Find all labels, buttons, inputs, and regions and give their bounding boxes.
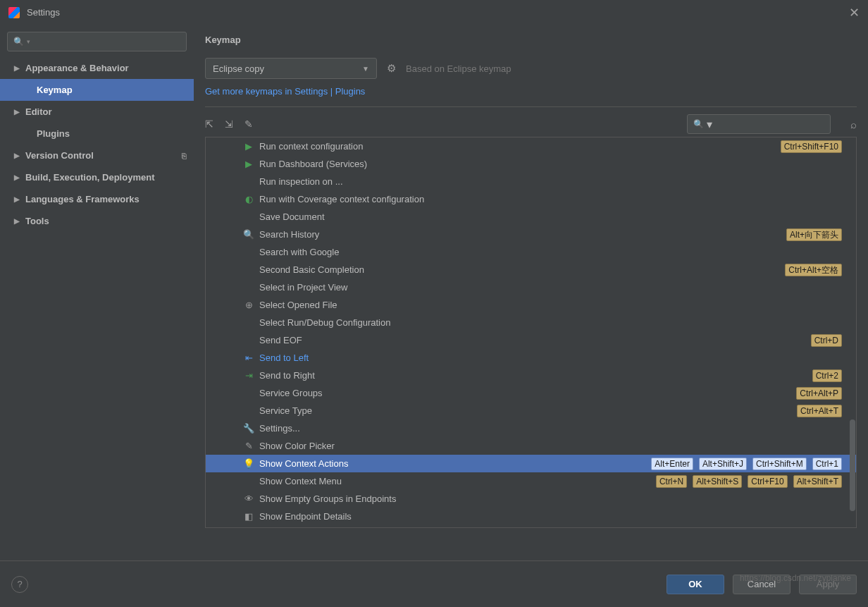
gear-icon[interactable]: ⚙ [387, 62, 396, 75]
copy-icon: ⎘ [182, 152, 187, 160]
action-label: Select Opened File [259, 300, 337, 310]
sidebar-item-build-execution-deployment[interactable]: ▶Build, Execution, Deployment [0, 166, 194, 188]
action-label: Service Type [259, 405, 312, 416]
ok-button[interactable]: OK [666, 575, 724, 594]
sidebar-item-languages-frameworks[interactable]: ▶Languages & Frameworks [0, 188, 194, 210]
action-label: Show Empty Groups in Endpoints [259, 493, 396, 504]
sidebar-search-input[interactable]: 🔍 ▾ [7, 32, 187, 51]
sidebar-item-keymap[interactable]: Keymap [0, 79, 194, 101]
shortcut-badge: Ctrl+D [811, 334, 842, 347]
action-icon: 💡 [242, 458, 255, 469]
scrollbar-thumb[interactable] [850, 419, 855, 511]
action-icon: ⊕ [242, 300, 255, 310]
sidebar-item-label: Languages & Frameworks [25, 194, 140, 204]
action-row[interactable]: Service GroupsCtrl+Alt+P [206, 384, 856, 402]
action-label: Save Document [259, 211, 325, 222]
action-row[interactable]: Search with Google [206, 243, 856, 261]
divider [205, 106, 857, 107]
apply-button[interactable]: Apply [799, 575, 857, 594]
action-row[interactable]: Second Basic CompletionCtrl+Alt+空格 [206, 261, 856, 278]
action-row[interactable]: Select Run/Debug Configuration [206, 314, 856, 331]
settings-sidebar: 🔍 ▾ ▶Appearance & BehaviorKeymap▶EditorP… [0, 25, 194, 560]
action-row[interactable]: Send EOFCtrl+D [206, 331, 856, 349]
sidebar-item-plugins[interactable]: Plugins [0, 123, 194, 145]
action-tree[interactable]: ▶Run context configurationCtrl+Shift+F10… [205, 137, 857, 528]
shortcut-badge: Ctrl+N [656, 475, 687, 488]
shortcut-group: Ctrl+NAlt+Shift+SCtrl+F10Alt+Shift+T [656, 475, 848, 488]
action-row[interactable]: Run inspection on ... [206, 173, 856, 190]
sidebar-item-tools[interactable]: ▶Tools [0, 210, 194, 232]
chevron-down-icon: ▾ [707, 118, 712, 131]
expand-icon: ▶ [14, 108, 24, 116]
help-icon[interactable]: ? [11, 576, 28, 593]
action-row[interactable]: ⊕Select Opened File [206, 296, 856, 314]
action-label: Search with Google [259, 247, 339, 257]
action-label: Run Dashboard (Services) [259, 159, 367, 169]
shortcut-badge: Ctrl+Shift+M [752, 458, 807, 470]
action-row[interactable]: ✎Show Color Picker [206, 437, 856, 455]
shortcut-badge: Alt+Shift+J [699, 458, 747, 470]
shortcut-badge: Alt+Shift+S [693, 475, 742, 488]
sidebar-item-editor[interactable]: ▶Editor [0, 101, 194, 123]
shortcut-group: Alt+EnterAlt+Shift+JCtrl+Shift+MCtrl+1 [651, 458, 848, 470]
action-row[interactable]: ⇥Send to RightCtrl+2 [206, 367, 856, 384]
action-row[interactable]: 💡Show Context ActionsAlt+EnterAlt+Shift+… [206, 455, 856, 472]
action-label: Select in Project View [259, 282, 348, 293]
action-label: Send EOF [259, 335, 302, 345]
action-row[interactable]: 🔍Search HistoryAlt+向下箭头 [206, 226, 856, 243]
chevron-down-icon: ▾ [27, 38, 30, 45]
shortcut-badge: Ctrl+Alt+P [796, 387, 842, 400]
chevron-down-icon: ▼ [362, 65, 369, 73]
sidebar-item-label: Tools [25, 216, 49, 226]
action-icon: 🔍 [242, 229, 255, 240]
tree-search-input[interactable]: 🔍 ▾ [687, 114, 831, 134]
action-label: Run context configuration [259, 141, 363, 152]
action-row[interactable]: 👁Show Empty Groups in Endpoints [206, 490, 856, 508]
action-row[interactable]: Service TypeCtrl+Alt+T [206, 402, 856, 419]
action-label: Send to Right [259, 370, 315, 381]
sidebar-item-label: Version Control [25, 150, 94, 161]
expand-all-icon[interactable]: ⇱ [205, 118, 213, 130]
expand-icon: ▶ [14, 64, 24, 72]
shortcut-group: Ctrl+Alt+空格 [785, 264, 848, 276]
action-row[interactable]: ▶Run context configurationCtrl+Shift+F10 [206, 137, 856, 155]
sidebar-item-label: Plugins [37, 128, 70, 139]
shortcut-group: Ctrl+D [811, 334, 848, 347]
edit-icon[interactable]: ✎ [244, 118, 253, 130]
action-row[interactable]: Select in Project View [206, 278, 856, 296]
shortcut-group: Alt+向下箭头 [786, 228, 848, 241]
shortcut-group: Ctrl+Shift+F10 [781, 140, 848, 153]
shortcut-badge: Ctrl+Shift+F10 [781, 140, 842, 153]
sidebar-item-appearance-behavior[interactable]: ▶Appearance & Behavior [0, 57, 194, 79]
based-on-label: Based on Eclipse keymap [406, 63, 512, 74]
action-row[interactable]: ◧Show Endpoint Details [206, 508, 856, 525]
action-label: Settings... [259, 423, 300, 434]
find-by-shortcut-icon[interactable]: ⌕ [850, 118, 857, 130]
collapse-all-icon[interactable]: ⇲ [225, 118, 233, 130]
expand-icon: ▶ [14, 173, 24, 181]
action-row[interactable]: ⇤Send to Left [206, 349, 856, 367]
action-row[interactable]: 🔧Settings... [206, 419, 856, 437]
keymap-select[interactable]: Eclipse copy ▼ [205, 58, 377, 79]
sidebar-item-version-control[interactable]: ▶Version Control⎘ [0, 145, 194, 166]
action-icon: ◧ [242, 511, 255, 522]
action-row[interactable]: ▶Run Dashboard (Services) [206, 155, 856, 173]
sidebar-item-label: Editor [25, 106, 52, 117]
action-label: Show Context Menu [259, 476, 342, 486]
sidebar-item-label: Build, Execution, Deployment [25, 172, 154, 183]
shortcut-group: Ctrl+Alt+T [797, 405, 848, 417]
search-icon: 🔍 [693, 119, 704, 129]
action-icon: ⇥ [242, 370, 255, 381]
action-row[interactable]: Show Context MenuCtrl+NAlt+Shift+SCtrl+F… [206, 472, 856, 490]
action-icon: ▶ [242, 141, 255, 152]
dialog-footer: ? OK Cancel Apply [0, 560, 868, 607]
close-icon[interactable]: ✕ [849, 5, 860, 20]
shortcut-badge: Alt+向下箭头 [786, 228, 842, 241]
action-row[interactable]: Save Document [206, 208, 856, 226]
cancel-button[interactable]: Cancel [733, 575, 790, 594]
get-more-keymaps-link[interactable]: Get more keymaps in Settings | Plugins [205, 86, 857, 97]
expand-icon: ▶ [14, 152, 24, 159]
action-row[interactable]: ◐Run with Coverage context configuration [206, 190, 856, 208]
shortcut-badge: Ctrl+Alt+空格 [785, 264, 842, 276]
action-label: Second Basic Completion [259, 264, 364, 275]
